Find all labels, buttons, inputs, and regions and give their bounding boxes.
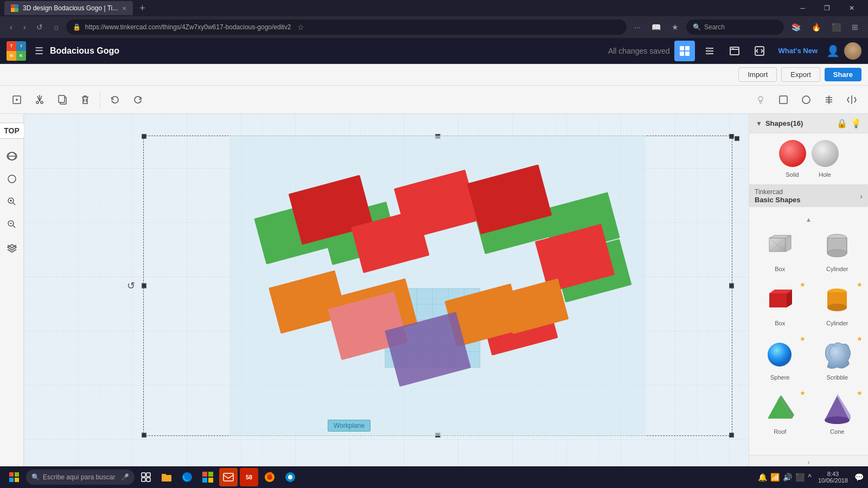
circle-tool-btn[interactable]	[796, 90, 816, 110]
bookmark-star-icon[interactable]: ☆	[297, 23, 304, 31]
box-solid-item[interactable]: Box	[754, 280, 807, 330]
light-bulb-btn[interactable]	[751, 90, 770, 110]
copy-btn[interactable]	[52, 89, 73, 110]
notification-icon[interactable]: 🔔	[758, 473, 767, 481]
tab-close-btn[interactable]: ✕	[122, 5, 126, 11]
sphere-solid-item[interactable]: Sphere	[754, 334, 807, 384]
browser-search-box[interactable]: 🔍 Search	[686, 20, 784, 35]
design-workspace[interactable]: ↺	[143, 136, 732, 436]
shape-selector-btn[interactable]	[774, 90, 793, 110]
align-btn[interactable]	[819, 90, 839, 110]
import-btn[interactable]: Import	[738, 67, 777, 82]
redo-btn[interactable]	[127, 89, 148, 110]
grid-view-btn[interactable]	[674, 41, 695, 61]
canvas-area[interactable]: ↺	[24, 114, 749, 468]
mail-btn[interactable]	[219, 468, 238, 486]
cylinder-wireframe-thumb	[820, 229, 854, 264]
cylinder-solid-thumb	[820, 283, 854, 318]
extensions-icon[interactable]: ⬛	[828, 21, 844, 34]
svg-point-9	[710, 50, 712, 52]
hole-type-btn[interactable]: Hole	[812, 140, 839, 178]
tab-bar: 3D design Bodacious Gogo | Ti... ✕ + ─ ❐…	[0, 0, 868, 16]
scribble-item[interactable]: Scribble	[811, 334, 864, 384]
new-tab-btn[interactable]: +	[135, 3, 150, 14]
delete-btn[interactable]	[75, 89, 95, 110]
minimize-btn[interactable]: ─	[790, 0, 815, 16]
store-btn[interactable]	[199, 468, 217, 486]
badge-icon[interactable]: 58	[240, 468, 258, 486]
browser-taskbar-btn[interactable]	[281, 468, 299, 486]
mirror-btn[interactable]	[842, 90, 861, 110]
cone-item[interactable]: Cone	[811, 388, 864, 438]
close-btn[interactable]: ✕	[839, 0, 864, 16]
undo-btn[interactable]	[105, 89, 125, 110]
url-box[interactable]: 🔒 https://www.tinkercad.com/things/4Zw7x…	[66, 20, 627, 35]
tinkercad-shapes-section[interactable]: Tinkercad Basic Shapes ›	[749, 185, 868, 207]
sidebar-icon[interactable]: ⊞	[848, 21, 861, 34]
collections-icon[interactable]: 📚	[788, 21, 804, 34]
battery-icon[interactable]: ⬛	[795, 473, 805, 481]
roof-item[interactable]: Roof	[754, 388, 807, 438]
handle-height[interactable]	[735, 136, 739, 141]
rotate-handle[interactable]: ↺	[127, 280, 135, 292]
box-star-badge: ★	[800, 281, 806, 288]
svg-rect-2	[11, 8, 15, 12]
edge-browser-btn[interactable]	[178, 468, 196, 486]
home-btn[interactable]: ⌂	[50, 21, 61, 34]
svg-rect-18	[780, 96, 787, 104]
view-top-label[interactable]: TOP	[0, 123, 24, 139]
file-explorer-btn[interactable]	[157, 468, 176, 486]
svg-point-8	[707, 47, 709, 49]
box-wireframe-item[interactable]: Box	[754, 226, 807, 275]
svg-point-69	[827, 304, 847, 311]
section-expand-icon[interactable]: ›	[860, 192, 863, 201]
home-view-btn[interactable]	[2, 146, 22, 166]
sphere-solid-wrap: ★	[754, 334, 807, 384]
project-name[interactable]: Bodacious Gogo	[50, 46, 119, 56]
files-btn[interactable]	[724, 41, 745, 61]
whats-new-btn[interactable]: What's New	[774, 47, 822, 55]
active-tab[interactable]: 3D design Bodacious Gogo | Ti... ✕	[4, 1, 133, 15]
zoom-in-btn[interactable]	[2, 192, 22, 211]
network-icon[interactable]: 📶	[770, 473, 780, 481]
hide-icons-btn[interactable]: ^	[808, 473, 812, 481]
cylinder-solid-item[interactable]: Cylinder	[811, 280, 864, 330]
refresh-btn[interactable]: ↺	[33, 21, 46, 34]
workplane-label[interactable]: Workplane	[328, 420, 371, 432]
tools-btn[interactable]	[699, 41, 720, 61]
layers-btn[interactable]	[2, 237, 22, 257]
restore-btn[interactable]: ❐	[815, 0, 839, 16]
favorites-btn[interactable]: ★	[668, 21, 682, 34]
share-btn[interactable]: Share	[825, 68, 861, 81]
new-shape-btn[interactable]	[7, 89, 27, 110]
export-btn[interactable]: Export	[781, 67, 820, 82]
task-view-btn[interactable]	[137, 468, 155, 486]
cut-btn[interactable]	[29, 89, 50, 110]
zoom-out-btn[interactable]	[2, 215, 22, 234]
solid-type-btn[interactable]: Solid	[779, 140, 806, 178]
system-clock[interactable]: 8:43 10/06/2018	[814, 471, 852, 484]
user-avatar[interactable]	[844, 42, 861, 60]
hole-label: Hole	[819, 171, 831, 178]
taskbar-search-box[interactable]: 🔍 Escribe aquí para buscar 🎤	[26, 470, 135, 485]
light-shape-icon[interactable]: 💡	[851, 118, 861, 129]
lock-shape-icon[interactable]: 🔒	[837, 118, 847, 129]
user-profile-btn[interactable]: 👤	[826, 44, 840, 57]
firefox-taskbar-btn[interactable]	[260, 468, 279, 486]
tinkercad-brand-label: Tinkercad	[755, 188, 801, 196]
code-btn[interactable]	[749, 41, 770, 61]
logo-tl: T	[7, 41, 16, 51]
hamburger-menu-btn[interactable]: ☰	[33, 43, 46, 59]
firefox-icon[interactable]: 🔥	[808, 21, 824, 34]
notifications-panel-btn[interactable]: 💬	[854, 473, 864, 481]
cylinder-wireframe-item[interactable]: Cylinder	[811, 226, 864, 275]
back-btn[interactable]: ‹	[7, 21, 16, 34]
microphone-icon[interactable]: 🎤	[121, 473, 129, 481]
reader-btn[interactable]: 📖	[648, 21, 664, 34]
shapes-chevron-icon[interactable]: ▼	[756, 120, 762, 127]
more-options-btn[interactable]: ···	[631, 21, 644, 34]
rotate-view-btn[interactable]	[2, 169, 22, 189]
volume-icon[interactable]: 🔊	[783, 473, 792, 481]
forward-btn[interactable]: ›	[20, 21, 29, 34]
start-btn[interactable]	[4, 467, 24, 487]
